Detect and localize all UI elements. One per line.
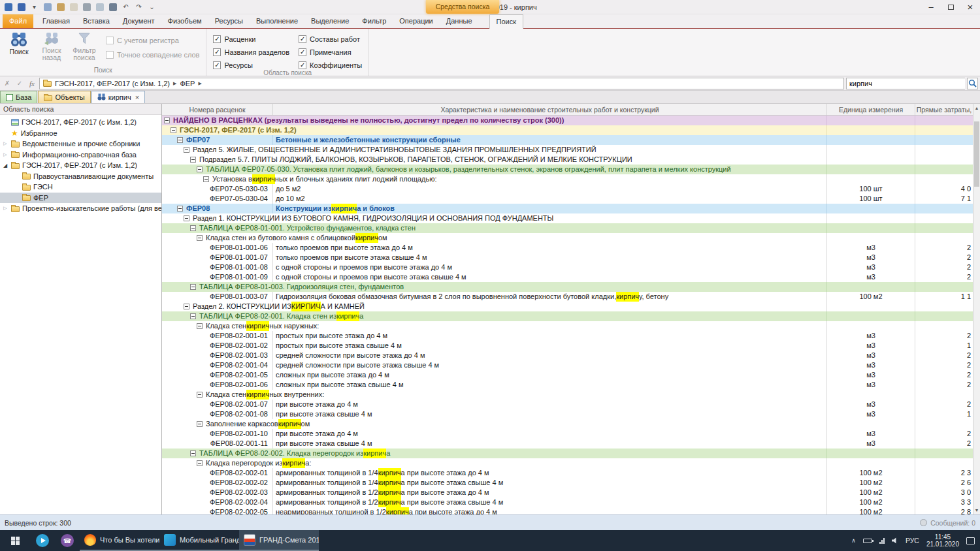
- table-row[interactable]: ФЕР08-02-002-04армированных толщиной в 1…: [162, 497, 973, 507]
- table-row[interactable]: ФЕР08-02-001-04средней сложности при выс…: [162, 360, 973, 370]
- ribbon-tab-Фильтр[interactable]: Фильтр: [355, 14, 393, 28]
- doc-tab-Объекты[interactable]: Объекты: [38, 91, 90, 103]
- breadcrumb-segment[interactable]: ГЭСН-2017, ФЕР-2017 (с Изм. 1,2): [55, 80, 170, 87]
- vertical-scrollbar[interactable]: ▲ ▼: [973, 104, 980, 514]
- table-row[interactable]: ФЕР08-02-001-01простых при высоте этажа …: [162, 331, 973, 341]
- tree-collapsed-icon[interactable]: ▷: [2, 141, 8, 146]
- save-icon[interactable]: [16, 2, 27, 12]
- taskbar-viber-button[interactable]: ☎: [55, 530, 80, 551]
- table-row[interactable]: Установка в кирпичных и блочных зданиях …: [162, 174, 973, 184]
- table-row[interactable]: ГЭСН-2017, ФЕР-2017 (с Изм. 1,2): [162, 125, 973, 135]
- collapse-icon[interactable]: [197, 323, 203, 329]
- taskbar-app-Мобильный Гранд[interactable]: Мобильный Гранд: [159, 530, 239, 551]
- collapse-icon[interactable]: [184, 215, 189, 221]
- checkbox-Примечания[interactable]: Примечания: [299, 48, 362, 56]
- mail-icon[interactable]: [68, 2, 79, 12]
- table-row[interactable]: ФЕР08-02-002-03армированных толщиной в 1…: [162, 488, 973, 497]
- scroll-down-icon[interactable]: ▼: [973, 506, 980, 514]
- table-row[interactable]: ФЕР08-01-001-08с одной стороны и проемов…: [162, 262, 973, 272]
- sidebar-item-Проектно-изыскательские работы (для версии 8 и[interactable]: ▷Проектно-изыскательские работы (для вер…: [0, 203, 161, 214]
- table-row[interactable]: ФЕР08-02-001-08при высоте этажа свыше 4 …: [162, 409, 973, 419]
- checkbox-Ресурсы[interactable]: Ресурсы: [213, 61, 289, 69]
- ribbon-tab-Выделение[interactable]: Выделение: [304, 14, 355, 28]
- collapse-icon[interactable]: [164, 118, 170, 123]
- scrollbar-track[interactable]: [973, 112, 980, 506]
- collapse-icon[interactable]: [203, 176, 209, 182]
- checkbox-Названия разделов[interactable]: Названия разделов: [213, 48, 289, 56]
- tray-expand-icon[interactable]: ∧: [851, 537, 856, 544]
- table-row[interactable]: ФЕР08Конструкции из кирпича и блоков: [162, 204, 973, 213]
- table-row[interactable]: Кладка стен кирпичных внутренних:: [162, 390, 973, 400]
- collapse-icon[interactable]: [190, 313, 196, 319]
- table-row[interactable]: Кладка перегородок из кирпича:: [162, 458, 973, 468]
- cancel-icon[interactable]: ✗: [2, 80, 12, 87]
- table-row[interactable]: ФЕР08-02-001-07при высоте этажа до 4 мм3…: [162, 400, 973, 409]
- collapse-icon[interactable]: [190, 157, 196, 163]
- sidebar-item-Избранное[interactable]: ★Избранное: [0, 128, 161, 139]
- ribbon-tab-Выполнение[interactable]: Выполнение: [250, 14, 304, 28]
- table-row[interactable]: ФЕР07-05-030-04до 10 м2100 шт7 1: [162, 194, 973, 204]
- collapse-icon[interactable]: [197, 460, 203, 466]
- ribbon-tab-Физобъем[interactable]: Физобъем: [161, 14, 208, 28]
- messages-icon[interactable]: [920, 519, 927, 526]
- doc-tab-База[interactable]: База: [0, 91, 37, 103]
- table-row[interactable]: ФЕР08-02-001-06сложных при высоте этажа …: [162, 380, 973, 390]
- checkbox-Коэффициенты[interactable]: Коэффициенты: [299, 61, 362, 69]
- table-row[interactable]: ФЕР08-02-001-02простых при высоте этажа …: [162, 341, 973, 351]
- function-icon[interactable]: fx: [27, 80, 37, 87]
- collapse-icon[interactable]: [177, 206, 183, 212]
- taskbar-app-Что бы Вы хотели ...[interactable]: Что бы Вы хотели ...: [80, 530, 159, 551]
- collapse-icon[interactable]: [190, 450, 196, 456]
- qat-dropdown-icon[interactable]: ▾: [29, 2, 40, 12]
- table-row[interactable]: Заполнение каркасов кирпичом: [162, 419, 973, 429]
- qat-customize-icon[interactable]: ⌄: [146, 2, 157, 12]
- ribbon-tab-Вставка[interactable]: Вставка: [76, 14, 116, 28]
- taskbar-telegram-button[interactable]: [30, 530, 55, 551]
- collapse-icon[interactable]: [190, 225, 196, 231]
- collapse-icon[interactable]: [184, 304, 189, 309]
- app-logo-icon[interactable]: [3, 2, 14, 12]
- collapse-icon[interactable]: [197, 421, 203, 427]
- table-row[interactable]: ФЕР08-02-001-05сложных при высоте этажа …: [162, 370, 973, 380]
- table-row[interactable]: ТАБЛИЦА ФЕР08-01-001. Устройство фундаме…: [162, 223, 973, 233]
- table-row[interactable]: Раздел 1. КОНСТРУКЦИИ ИЗ БУТОВОГО КАМНЯ,…: [162, 213, 973, 223]
- paste-icon[interactable]: [55, 2, 66, 12]
- network-icon[interactable]: [879, 538, 885, 544]
- ribbon-tab-Файл[interactable]: Файл: [3, 14, 33, 28]
- search-go-button[interactable]: [967, 78, 978, 89]
- battery-icon[interactable]: [863, 539, 872, 543]
- sidebar-item-ГЭСН-2017, ФЕР-2017 (с Изм. 1,2)[interactable]: ГЭСН-2017, ФЕР-2017 (с Изм. 1,2): [0, 117, 161, 128]
- sidebar-item-ГЭСН[interactable]: ГЭСН: [0, 181, 161, 193]
- table-row[interactable]: ТАБЛИЦА ФЕР07-05-030. Установка плит лод…: [162, 165, 973, 174]
- table-row[interactable]: ФЕР08-02-002-05неармированных толщиной в…: [162, 507, 973, 514]
- collapse-icon[interactable]: [197, 392, 203, 398]
- taskbar-app-ГРАНД-Смета 201...[interactable]: ГРАНД-Смета 201...: [239, 530, 319, 551]
- table-row[interactable]: ФЕР08-02-002-02армированных толщиной в 1…: [162, 478, 973, 488]
- collapse-icon[interactable]: [184, 147, 189, 153]
- print-preview-icon[interactable]: [94, 2, 105, 12]
- table-row[interactable]: Раздел 2. КОНСТРУКЦИИ ИЗ КИРПИЧА И КАМНЕ…: [162, 302, 973, 311]
- collapse-icon[interactable]: [197, 235, 203, 241]
- checkbox-Расценки[interactable]: Расценки: [213, 35, 289, 43]
- checkbox-Составы работ[interactable]: Составы работ: [299, 35, 362, 43]
- table-row[interactable]: Кладка стен кирпичных наружных:: [162, 321, 973, 331]
- collapse-icon[interactable]: [190, 284, 196, 290]
- breadcrumb[interactable]: ГЭСН-2017, ФЕР-2017 (с Изм. 1,2)▶ФЕР▶: [39, 78, 844, 89]
- ribbon-tab-Поиск[interactable]: Поиск: [489, 14, 523, 29]
- ribbon-tab-Документ[interactable]: Документ: [116, 14, 161, 28]
- table-row[interactable]: Раздел 5. ЖИЛЫЕ, ОБЩЕСТВЕННЫЕ И АДМИНИСТ…: [162, 145, 973, 155]
- close-tab-icon[interactable]: ×: [135, 93, 139, 101]
- print-icon[interactable]: [81, 2, 92, 12]
- table-row[interactable]: ФЕР08-02-001-11при высоте этажа свыше 4 …: [162, 439, 973, 449]
- calculator-icon[interactable]: [107, 2, 118, 12]
- tree-collapsed-icon[interactable]: ▷: [2, 206, 8, 211]
- contextual-tab-header[interactable]: Средства поиска: [426, 0, 499, 14]
- redo-icon[interactable]: ↷: [133, 2, 144, 12]
- sidebar-item-ГЭСН-2017, ФЕР-2017 (с Изм. 1,2)[interactable]: ◢ГЭСН-2017, ФЕР-2017 (с Изм. 1,2): [0, 160, 161, 171]
- table-row[interactable]: ФЕР08-01-001-06только проемов при высоте…: [162, 243, 973, 253]
- table-row[interactable]: ФЕР08-01-001-09с одной стороны и проемов…: [162, 272, 973, 282]
- collapse-icon[interactable]: [177, 137, 183, 143]
- start-button[interactable]: [0, 530, 30, 551]
- table-row[interactable]: ФЕР08-01-003-07Гидроизоляция боковая обм…: [162, 292, 973, 302]
- table-row[interactable]: ТАБЛИЦА ФЕР08-02-002. Кладка перегородок…: [162, 449, 973, 458]
